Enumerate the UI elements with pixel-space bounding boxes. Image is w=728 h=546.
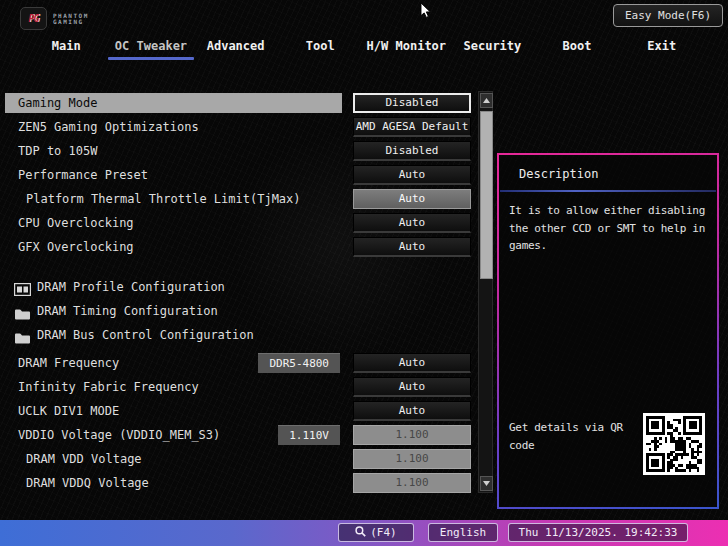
setting-value-button[interactable]: 1.100 <box>353 473 471 493</box>
description-divider <box>500 190 716 192</box>
setting-row[interactable]: Performance PresetAuto <box>5 163 473 187</box>
qr-label: Get details via QR code <box>509 413 643 454</box>
search-button[interactable]: (F4) <box>338 523 414 542</box>
profile-icon <box>14 281 31 294</box>
submenu-label: DRAM Timing Configuration <box>37 301 218 321</box>
scroll-up-button[interactable] <box>480 93 493 108</box>
phantom-gaming-logo: PG PHANTOM GAMING <box>20 7 89 30</box>
up-arrow-icon <box>483 98 490 103</box>
setting-label: Gaming Mode <box>5 93 342 113</box>
setting-label: Platform Thermal Throttle Limit(TjMax) <box>5 189 342 209</box>
description-panel: Description It is to allow either disabl… <box>497 153 719 509</box>
list-gap <box>5 259 473 275</box>
submenu-label: DRAM Profile Configuration <box>37 277 225 297</box>
setting-row[interactable]: GFX OverclockingAuto <box>5 235 473 259</box>
tab-boot[interactable]: Boot <box>559 37 596 55</box>
tab-main[interactable]: Main <box>48 37 85 55</box>
setting-value-button[interactable]: Auto <box>353 377 471 397</box>
scrollbar[interactable] <box>478 91 493 493</box>
setting-row[interactable]: VDDIO Voltage (VDDIO_MEM_S3)1.110V1.100 <box>5 423 473 447</box>
submenu-item[interactable]: DRAM Profile Configuration <box>5 275 473 299</box>
setting-row[interactable]: DRAM VDD Voltage1.100 <box>5 447 473 471</box>
pg-logo-icon: PG <box>20 7 47 30</box>
tab-exit[interactable]: Exit <box>643 37 680 55</box>
setting-value-button[interactable]: Disabled <box>353 141 471 161</box>
settings-list: Gaming ModeDisabledZEN5 Gaming Optimizat… <box>5 91 473 495</box>
down-arrow-icon <box>483 481 490 486</box>
setting-label: Infinity Fabric Frequency <box>5 377 342 397</box>
tab-h-w-monitor[interactable]: H/W Monitor <box>363 37 450 55</box>
submenu-item[interactable]: DRAM Timing Configuration <box>5 299 473 323</box>
setting-value-button[interactable]: Auto <box>353 189 471 209</box>
language-button[interactable]: English <box>428 523 498 542</box>
search-hotkey-label: (F4) <box>370 526 397 539</box>
setting-label: TDP to 105W <box>5 141 342 161</box>
setting-row[interactable]: TDP to 105WDisabled <box>5 139 473 163</box>
setting-label: DRAM VDD Voltage <box>5 449 342 469</box>
logo-text: PHANTOM GAMING <box>53 13 89 25</box>
setting-row[interactable]: Platform Thermal Throttle Limit(TjMax)Au… <box>5 187 473 211</box>
qr-code <box>643 413 705 475</box>
setting-label: ZEN5 Gaming Optimizations <box>5 117 342 137</box>
setting-label: DRAM VDDQ Voltage <box>5 473 342 493</box>
setting-current-value-chip: 1.110V <box>278 425 340 445</box>
setting-row[interactable]: DRAM VDDQ Voltage1.100 <box>5 471 473 495</box>
tab-security[interactable]: Security <box>459 37 525 55</box>
setting-label: CPU Overclocking <box>5 213 342 233</box>
setting-label: Performance Preset <box>5 165 342 185</box>
setting-value-button[interactable]: AMD AGESA Default <box>353 117 471 137</box>
setting-value-button[interactable]: Disabled <box>353 93 471 113</box>
setting-label: UCLK DIV1 MODE <box>5 401 342 421</box>
setting-current-value-chip: DDR5-4800 <box>258 353 340 373</box>
mouse-cursor-icon <box>420 2 432 23</box>
setting-value-button[interactable]: Auto <box>353 237 471 257</box>
setting-row[interactable]: UCLK DIV1 MODEAuto <box>5 399 473 423</box>
bios-screen: PG PHANTOM GAMING Easy Mode(F6) MainOC T… <box>0 0 728 546</box>
tab-oc-tweaker[interactable]: OC Tweaker <box>111 37 191 55</box>
setting-row[interactable]: Infinity Fabric FrequencyAuto <box>5 375 473 399</box>
setting-row[interactable]: Gaming ModeDisabled <box>5 91 473 115</box>
footer-bar: (F4) English Thu 11/13/2025. 19:42:33 <box>0 520 728 546</box>
tab-tool[interactable]: Tool <box>302 37 339 55</box>
submenu-label: DRAM Bus Control Configuration <box>37 325 254 345</box>
scroll-down-button[interactable] <box>480 476 493 491</box>
datetime-display: Thu 11/13/2025. 19:42:33 <box>508 523 688 542</box>
tab-advanced[interactable]: Advanced <box>203 37 269 55</box>
folder-icon <box>14 329 31 342</box>
setting-label: GFX Overclocking <box>5 237 342 257</box>
setting-row[interactable]: DRAM FrequencyDDR5-4800Auto <box>5 351 473 375</box>
submenu-item[interactable]: DRAM Bus Control Configuration <box>5 323 473 347</box>
description-title: Description <box>519 167 717 181</box>
setting-value-button[interactable]: 1.100 <box>353 425 471 445</box>
scrollbar-thumb[interactable] <box>480 111 493 279</box>
setting-value-button[interactable]: Auto <box>353 353 471 373</box>
logo-line2: GAMING <box>53 19 89 25</box>
setting-value-button[interactable]: 1.100 <box>353 449 471 469</box>
menu-bar: MainOC TweakerAdvancedToolH/W MonitorSec… <box>24 35 704 57</box>
setting-value-button[interactable]: Auto <box>353 213 471 233</box>
setting-row[interactable]: CPU OverclockingAuto <box>5 211 473 235</box>
description-body: It is to allow either disabling the othe… <box>509 202 713 255</box>
setting-row[interactable]: ZEN5 Gaming OptimizationsAMD AGESA Defau… <box>5 115 473 139</box>
easy-mode-button[interactable]: Easy Mode(F6) <box>613 4 723 27</box>
setting-value-button[interactable]: Auto <box>353 401 471 421</box>
qr-section: Get details via QR code <box>509 413 705 475</box>
folder-icon <box>14 305 31 318</box>
setting-value-button[interactable]: Auto <box>353 165 471 185</box>
search-icon <box>355 526 366 540</box>
